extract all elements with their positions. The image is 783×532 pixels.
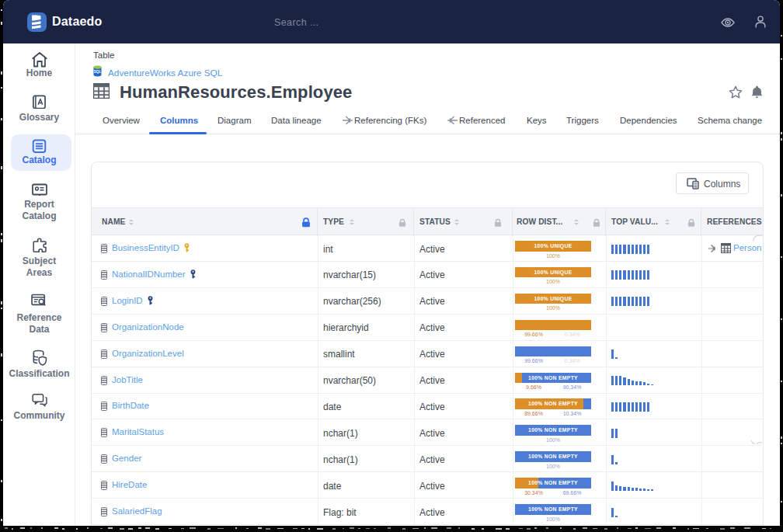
svg-text:SQL: SQL <box>94 70 102 74</box>
